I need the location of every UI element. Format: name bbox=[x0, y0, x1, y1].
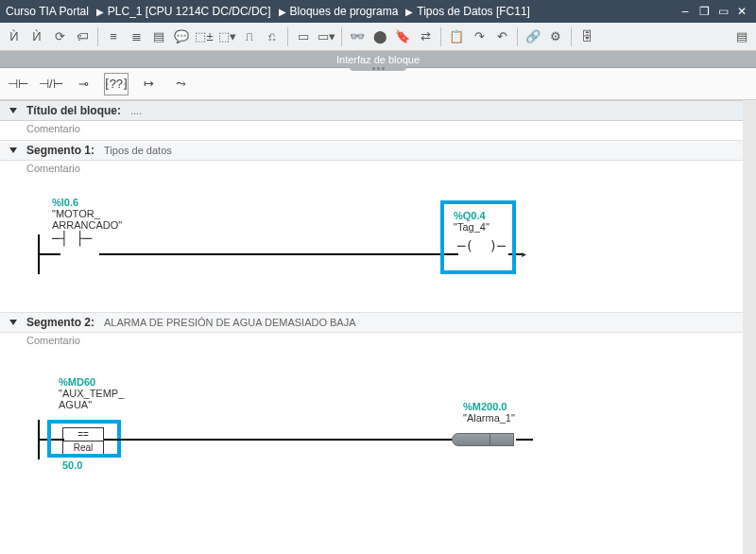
quick-empty-box[interactable]: ⁅??⁆ bbox=[104, 73, 129, 95]
function-block-placeholder[interactable] bbox=[452, 433, 514, 446]
segment-2-subtitle[interactable]: ALARMA DE PRESIÓN DE AGUA DEMASIADO BAJA bbox=[104, 317, 356, 328]
toolbar-btn-db[interactable]: 🗄 bbox=[576, 26, 597, 47]
quick-insert-bar: ⊣⊢ ⊣/⊢ ⊸ ⁅??⁆ ↦ ⤳ bbox=[0, 68, 756, 100]
coil-tag: "Tag_4" bbox=[454, 221, 506, 233]
segment-1-label: Segmento 1: bbox=[26, 144, 94, 157]
window-close-button[interactable]: ✕ bbox=[733, 3, 750, 20]
collapse-icon[interactable] bbox=[9, 108, 17, 113]
quick-coil[interactable]: ⊸ bbox=[72, 73, 96, 95]
coil-icon: ─( )─ bbox=[457, 238, 506, 253]
toolbar-btn-sync[interactable]: ⇄ bbox=[415, 26, 436, 47]
chevron-right-icon: ▶ bbox=[405, 7, 413, 17]
vertical-scrollbar-thumb[interactable] bbox=[745, 138, 754, 251]
no-contact-icon: ─┤ ├─ bbox=[52, 231, 92, 246]
toolbar-btn-next[interactable]: ↷ bbox=[469, 26, 490, 47]
toolbar-btn-list3[interactable]: ▤ bbox=[148, 26, 169, 47]
segment-1-subtitle[interactable]: Tipos de datos bbox=[104, 145, 172, 156]
coil-alarma1[interactable]: %M200.0 "Alarma_1" bbox=[463, 401, 515, 424]
collapse-icon[interactable] bbox=[9, 320, 17, 325]
segment-1-network[interactable]: %I0.6 "MOTOR_ ARRANCADO" ─┤ ├─ %Q0.4 "Ta… bbox=[0, 180, 743, 312]
toolbar-btn-link[interactable]: 🔗 bbox=[523, 26, 543, 47]
contact-address: %I0.6 bbox=[52, 197, 122, 208]
contact-tag: "MOTOR_ ARRANCADO" bbox=[52, 208, 122, 231]
segment-2-label: Segmento 2: bbox=[26, 316, 94, 329]
toolbar-btn-prev[interactable]: ↶ bbox=[491, 26, 512, 47]
toolbar-btn-box2[interactable]: ▭▾ bbox=[316, 26, 336, 47]
toolbar-btn-misc[interactable]: ⚙ bbox=[545, 26, 566, 47]
toolbar-btn-branch2[interactable]: ⎌ bbox=[262, 26, 283, 47]
toolbar-btn-seg-ins[interactable]: ⬚± bbox=[194, 26, 215, 47]
segment-1-header[interactable]: Segmento 1: Tipos de datos bbox=[0, 140, 743, 161]
breadcrumb-item[interactable]: PLC_1 [CPU 1214C DC/DC/DC] bbox=[108, 5, 271, 18]
toolbar-btn-list1[interactable]: ≡ bbox=[103, 26, 124, 47]
coil-tag4[interactable]: %Q0.4 "Tag_4" ─( )─ bbox=[454, 210, 506, 253]
toolbar-btn-comment[interactable]: 💬 bbox=[171, 26, 192, 47]
window-min-button[interactable]: – bbox=[677, 3, 694, 20]
window-max-button[interactable]: ▭ bbox=[714, 3, 731, 20]
quick-contact-nc[interactable]: ⊣/⊢ bbox=[38, 73, 64, 95]
ladder-editor: Título del bloque: .... Comentario Segme… bbox=[0, 100, 756, 554]
window-restore-button[interactable]: ❐ bbox=[696, 3, 713, 20]
segment-2-network[interactable]: %MD60 "AUX_TEMP_ AGUA" == Real 50.0 %M20… bbox=[0, 352, 743, 503]
quick-contact-no[interactable]: ⊣⊢ bbox=[6, 73, 30, 95]
main-toolbar: Ѝ Ѝ ⟳ 🏷 ≡ ≣ ▤ 💬 ⬚± ⬚▾ ⎍ ⎌ ▭ ▭▾ 👓 ⬤ 🔖 ⇄ 📋… bbox=[0, 23, 756, 51]
toolbar-btn-branch[interactable]: ⎍ bbox=[239, 26, 260, 47]
compare-type: Real bbox=[63, 441, 103, 454]
toolbar-btn-refresh[interactable]: ⟳ bbox=[49, 26, 70, 47]
toolbar-btn-box1[interactable]: ▭ bbox=[293, 26, 314, 47]
contact-motor-arrancado[interactable]: %I0.6 "MOTOR_ ARRANCADO" ─┤ ├─ bbox=[52, 197, 122, 246]
block-title-header[interactable]: Título del bloque: .... bbox=[0, 100, 743, 121]
breadcrumb-item[interactable]: Bloques de programa bbox=[290, 5, 399, 18]
toolbar-btn-clip[interactable]: 📋 bbox=[446, 26, 467, 47]
segment-1-comment[interactable]: Comentario bbox=[0, 161, 743, 180]
toolbar-btn-go-online[interactable]: ⬤ bbox=[369, 26, 390, 47]
segment-2-header[interactable]: Segmento 2: ALARMA DE PRESIÓN DE AGUA DE… bbox=[0, 312, 743, 333]
toolbar-btn-list2[interactable]: ≣ bbox=[126, 26, 146, 47]
title-bar: Curso TIA Portal ▶ PLC_1 [CPU 1214C DC/D… bbox=[0, 0, 756, 23]
collapse-icon[interactable] bbox=[9, 147, 17, 153]
block-comment[interactable]: Comentario bbox=[0, 121, 743, 140]
toolbar-btn-panel[interactable]: ▤ bbox=[731, 26, 752, 47]
block-title-label: Título del bloque: bbox=[26, 104, 121, 117]
compare-address: %MD60 bbox=[59, 376, 124, 388]
segment-2-comment[interactable]: Comentario bbox=[0, 333, 743, 352]
toolbar-btn-2[interactable]: Ѝ bbox=[26, 26, 47, 47]
compare-op: == bbox=[63, 428, 103, 441]
rung-end-icon: ▸ bbox=[522, 249, 526, 259]
quick-branch-open[interactable]: ↦ bbox=[136, 73, 161, 95]
block-title-value[interactable]: .... bbox=[130, 105, 142, 116]
toolbar-btn-1[interactable]: Ѝ bbox=[4, 26, 25, 47]
compare-box[interactable]: == Real bbox=[62, 427, 104, 455]
toolbar-btn-tags[interactable]: 🔖 bbox=[392, 26, 413, 47]
compare-value[interactable]: 50.0 bbox=[62, 459, 82, 471]
breadcrumb-item[interactable]: Tipos de Datos [FC11] bbox=[417, 5, 530, 18]
coil-tag: "Alarma_1" bbox=[463, 412, 515, 424]
chevron-right-icon: ▶ bbox=[96, 7, 104, 17]
interface-collapse-bar[interactable]: Interfaz de bloque bbox=[0, 51, 756, 68]
toolbar-btn-tag[interactable]: 🏷 bbox=[72, 26, 93, 47]
coil-address: %Q0.4 bbox=[454, 210, 506, 221]
toolbar-btn-monitor[interactable]: 👓 bbox=[347, 26, 368, 47]
compare-tag: "AUX_TEMP_ AGUA" bbox=[59, 388, 124, 410]
coil-address: %M200.0 bbox=[463, 401, 515, 412]
toolbar-btn-seg-del[interactable]: ⬚▾ bbox=[216, 26, 237, 47]
chevron-right-icon: ▶ bbox=[279, 7, 286, 17]
quick-branch-close[interactable]: ⤳ bbox=[168, 73, 193, 95]
compare-aux-temp-agua[interactable]: %MD60 "AUX_TEMP_ AGUA" bbox=[59, 376, 124, 410]
interface-label: Interfaz de bloque bbox=[336, 54, 420, 65]
breadcrumb-item[interactable]: Curso TIA Portal bbox=[6, 5, 89, 18]
